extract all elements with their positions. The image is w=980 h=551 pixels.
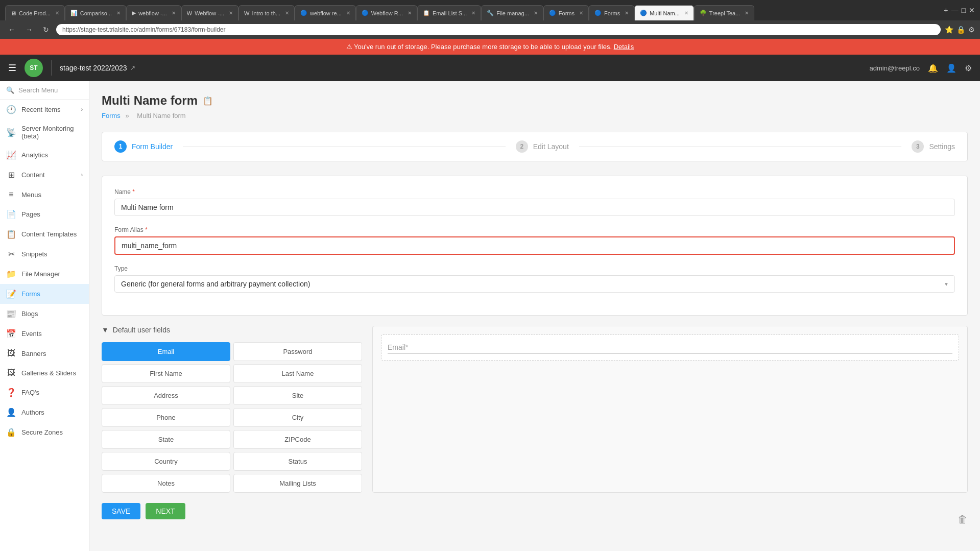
sidebar-item-faqs[interactable]: ❓ FAQ's	[0, 382, 89, 402]
alias-input[interactable]	[114, 236, 955, 255]
tab-forms2[interactable]: 🔵Forms✕	[589, 5, 634, 20]
sidebar-item-content[interactable]: ⊞ Content ›	[0, 165, 89, 185]
topbar-right: admin@treepl.co 🔔 👤 ⚙	[870, 63, 972, 73]
sidebar-item-galleries-sliders[interactable]: 🖼 Galleries & Sliders	[0, 363, 89, 382]
tab-forms1[interactable]: 🔵Forms✕	[543, 5, 589, 20]
field-button-mailing-lists[interactable]: Mailing Lists	[233, 474, 362, 493]
step-2-label: Edit Layout	[533, 142, 569, 151]
section-title: Default user fields	[113, 326, 170, 334]
sidebar-item-pages[interactable]: 📄 Pages	[0, 204, 89, 224]
new-tab-button[interactable]: +	[944, 6, 948, 14]
type-select[interactable]: Generic (for general forms and arbitrary…	[114, 275, 955, 293]
sidebar-item-blogs[interactable]: 📰 Blogs	[0, 304, 89, 324]
step-2-num: 2	[516, 140, 528, 153]
field-button-password[interactable]: Password	[233, 342, 362, 361]
delete-icon[interactable]: 🗑	[958, 514, 968, 525]
menu-toggle-button[interactable]: ☰	[8, 62, 16, 74]
alert-details-link[interactable]: Details	[614, 43, 634, 51]
field-button-state[interactable]: State	[102, 430, 230, 449]
chevron-down-icon: ▼	[102, 326, 109, 334]
minimize-button[interactable]: —	[951, 6, 959, 14]
step-form-builder[interactable]: 1 Form Builder	[114, 140, 173, 153]
steps-bar: 1 Form Builder 2 Edit Layout 3 Settings	[102, 132, 968, 161]
settings-icon[interactable]: ⚙	[965, 63, 972, 73]
preview-panel	[372, 326, 968, 493]
sidebar-label-authors: Authors	[21, 409, 44, 416]
name-input[interactable]	[114, 199, 955, 216]
sidebar-item-banners[interactable]: 🖼 Banners	[0, 344, 89, 363]
sidebar-item-snippets[interactable]: ✂ Snippets	[0, 244, 89, 264]
search-menu-label: Search Menu	[18, 86, 58, 94]
maximize-button[interactable]: □	[962, 6, 966, 14]
tab-email-list[interactable]: 📋Email List S...✕	[417, 5, 481, 20]
step-edit-layout[interactable]: 2 Edit Layout	[516, 140, 569, 153]
sidebar-item-file-manager[interactable]: 📁 File Manager	[0, 264, 89, 284]
field-button-country[interactable]: Country	[102, 452, 230, 471]
sidebar-label-galleries-sliders: Galleries & Sliders	[21, 369, 76, 377]
sidebar-item-authors[interactable]: 👤 Authors	[0, 402, 89, 422]
sidebar-label-snippets: Snippets	[21, 250, 47, 258]
sidebar-item-menus[interactable]: ≡ Menus	[0, 185, 89, 204]
tab-webflow-re[interactable]: 🔵webflow re...✕	[295, 5, 356, 20]
topbar: ☰ ST stage-test 2022/2023 ↗ admin@treepl…	[0, 55, 980, 81]
copy-icon[interactable]: 📋	[203, 96, 213, 106]
tab-treepl[interactable]: 🌳Treepl Tea...✕	[694, 5, 755, 20]
tab-file-manager[interactable]: 🔧File manag...✕	[481, 5, 543, 20]
field-button-first-name[interactable]: First Name	[102, 364, 230, 383]
name-label: Name *	[114, 188, 955, 196]
field-button-zipcode[interactable]: ZIPCode	[233, 430, 362, 449]
field-button-status[interactable]: Status	[233, 452, 362, 471]
step-3-num: 3	[912, 140, 924, 153]
step-settings[interactable]: 3 Settings	[912, 140, 955, 153]
snippets-icon: ✂	[6, 249, 16, 259]
file-manager-icon: 📁	[6, 269, 16, 279]
sidebar-item-analytics[interactable]: 📈 Analytics	[0, 145, 89, 165]
sidebar-item-recent-items[interactable]: 🕐 Recent Items ›	[0, 100, 89, 119]
site-logo: ST	[25, 59, 43, 77]
field-button-site[interactable]: Site	[233, 386, 362, 405]
sidebar-label-forms: Forms	[21, 290, 40, 298]
field-button-notes[interactable]: Notes	[102, 474, 230, 493]
step-1-label: Form Builder	[132, 142, 173, 151]
tab-multi-name[interactable]: 🔵Multi Nam...✕	[634, 5, 694, 20]
field-button-city[interactable]: City	[233, 408, 362, 427]
back-button[interactable]: ←	[5, 25, 18, 35]
tab-comparisons[interactable]: 📊Compariso...✕	[65, 5, 126, 20]
field-button-email[interactable]: Email	[102, 342, 230, 361]
save-button[interactable]: SAVE	[102, 503, 140, 519]
notifications-icon[interactable]: 🔔	[928, 63, 938, 73]
sidebar-item-content-templates[interactable]: 📋 Content Templates	[0, 224, 89, 244]
sidebar-label-pages: Pages	[21, 210, 40, 218]
profile-icon[interactable]: 👤	[946, 63, 957, 73]
pages-icon: 📄	[6, 209, 16, 219]
breadcrumb-forms-link[interactable]: Forms	[102, 112, 121, 119]
field-button-phone[interactable]: Phone	[102, 408, 230, 427]
action-bar: SAVE NEXT	[102, 503, 968, 519]
content-templates-icon: 📋	[6, 229, 16, 239]
field-button-last-name[interactable]: Last Name	[233, 364, 362, 383]
sidebar-nav: 🕐 Recent Items › 📡 Server Monitoring (be…	[0, 100, 89, 442]
refresh-button[interactable]: ↻	[40, 25, 52, 35]
breadcrumb-current: Multi Name form	[137, 112, 185, 119]
close-window-button[interactable]: ✕	[969, 6, 975, 14]
tab-webflow-r2[interactable]: 🔵Webflow R...✕	[356, 5, 417, 20]
field-button-address[interactable]: Address	[102, 386, 230, 405]
default-user-fields-header[interactable]: ▼ Default user fields	[102, 326, 362, 334]
url-bar[interactable]: https://stage-test.trialsite.co/admin/fo…	[56, 24, 941, 35]
search-menu-button[interactable]: 🔍 Search Menu	[0, 81, 89, 100]
tab-list: 🖥Code Prod...✕📊Compariso...✕▶webflow -..…	[5, 0, 940, 20]
browser-tab-bar: 🖥Code Prod...✕📊Compariso...✕▶webflow -..…	[0, 0, 980, 20]
next-button[interactable]: NEXT	[146, 503, 185, 519]
tab-intro[interactable]: WIntro to th...✕	[238, 5, 295, 20]
tab-code-prod[interactable]: 🖥Code Prod...✕	[5, 5, 65, 20]
site-name[interactable]: stage-test 2022/2023 ↗	[60, 64, 135, 72]
name-group: Name *	[114, 188, 955, 216]
sidebar-item-server-monitoring[interactable]: 📡 Server Monitoring (beta)	[0, 119, 89, 145]
forward-button[interactable]: →	[22, 25, 36, 35]
tab-webflow-tab[interactable]: WWebflow -...✕	[181, 5, 238, 20]
sidebar-item-events[interactable]: 📅 Events	[0, 324, 89, 344]
sidebar-item-forms[interactable]: 📝 Forms	[0, 284, 89, 304]
field-grid: EmailPasswordFirst NameLast NameAddressS…	[102, 342, 362, 493]
sidebar-item-secure-zones[interactable]: 🔒 Secure Zones	[0, 422, 89, 442]
tab-webflow-w[interactable]: ▶webflow -...✕	[126, 5, 181, 20]
